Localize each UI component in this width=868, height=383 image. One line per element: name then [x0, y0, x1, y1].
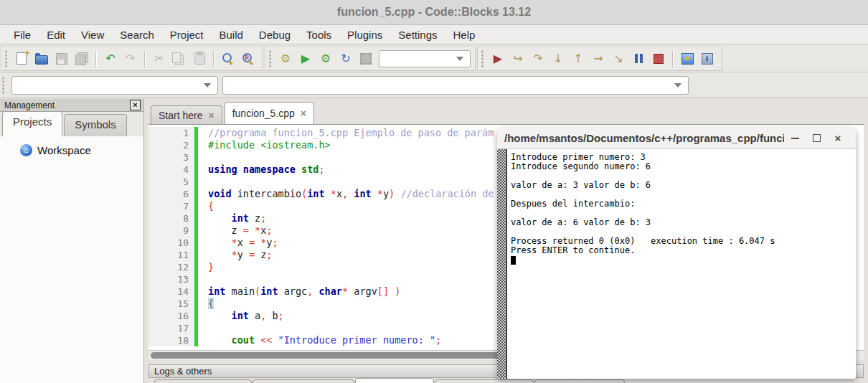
tab-symbols[interactable]: Symbols: [64, 114, 127, 136]
next-instruction-icon[interactable]: →: [589, 49, 608, 68]
logs-tab[interactable]: [534, 379, 625, 383]
tab-label: funcion_5.cpp: [232, 108, 295, 119]
code-text: //programa funcion_5.cpp Ejemplo de paso…: [199, 127, 494, 139]
rebuild-icon[interactable]: ↻: [336, 49, 355, 68]
toolbar-grip[interactable]: [1, 77, 5, 94]
minimize-icon[interactable]: [784, 138, 806, 139]
chevron-down-icon: [204, 83, 211, 88]
save-all-icon: [72, 49, 91, 68]
new-file-icon[interactable]: [12, 49, 31, 68]
line-number: 3: [148, 151, 194, 164]
copy-icon: [170, 49, 189, 68]
tab-start-here[interactable]: Start here ×: [151, 105, 222, 124]
line-number: 18: [148, 334, 194, 346]
next-line-icon[interactable]: ↷: [529, 49, 547, 68]
break-debugger-icon[interactable]: [629, 49, 648, 68]
toolbar-grip[interactable]: [268, 50, 272, 67]
toolbar-separator: [213, 51, 214, 67]
menu-view[interactable]: View: [73, 27, 112, 43]
open-file-icon[interactable]: [32, 49, 51, 68]
changed-line-marker: [194, 237, 198, 249]
toolbar-grip[interactable]: [4, 50, 8, 67]
step-into-icon[interactable]: ↓: [549, 49, 567, 68]
terminal-cursor: [511, 256, 516, 265]
debugging-windows-icon[interactable]: [678, 49, 697, 68]
line-number: 10: [148, 237, 194, 249]
changed-line-marker: [194, 224, 198, 237]
menu-help[interactable]: Help: [445, 27, 483, 43]
terminal-scrollbar[interactable]: [497, 149, 507, 379]
logs-tab[interactable]: [435, 379, 534, 383]
workspace-item[interactable]: ⌂ Workspace: [20, 144, 143, 156]
changed-line-marker: [194, 285, 198, 298]
menu-debug[interactable]: Debug: [251, 27, 298, 43]
close-icon[interactable]: ×: [827, 133, 849, 143]
code-text: [199, 151, 208, 164]
main-toolbar-icons: ↶↷✂: [11, 49, 258, 68]
run-to-cursor-icon[interactable]: ↪: [509, 49, 527, 68]
code-text: using namespace std;: [199, 164, 325, 176]
menu-build[interactable]: Build: [212, 27, 251, 43]
changed-line-marker: [194, 164, 198, 176]
terminal-window: /home/msantos/Documentos/c++/programas_c…: [497, 128, 856, 379]
maximize-icon[interactable]: [806, 134, 827, 142]
window-titlebar[interactable]: funcion_5.cpp - Code::Blocks 13.12: [0, 0, 868, 25]
toolbar-separator: [95, 51, 97, 67]
stop-debugger-icon[interactable]: [649, 49, 668, 68]
menu-edit[interactable]: Edit: [39, 27, 73, 43]
menu-search[interactable]: Search: [112, 27, 162, 43]
line-number: 6: [148, 188, 194, 200]
code-text: cout << "Introduce primer numero: ";: [199, 334, 441, 346]
toolbar-grip[interactable]: [481, 50, 484, 67]
step-out-icon[interactable]: ↑: [569, 49, 588, 68]
close-icon[interactable]: ×: [130, 100, 141, 110]
line-number: 7: [148, 200, 194, 212]
close-icon[interactable]: ×: [208, 110, 214, 120]
terminal-body[interactable]: Introduce primer numero: 3Introduce segu…: [497, 149, 856, 379]
changed-line-marker: [194, 188, 198, 200]
run-icon[interactable]: ▶: [296, 49, 315, 68]
step-into-instruction-icon[interactable]: ↘: [609, 49, 628, 68]
build-icon[interactable]: ⚙: [276, 49, 295, 68]
debug-info-icon[interactable]: [698, 49, 717, 68]
close-icon[interactable]: ×: [301, 108, 306, 118]
menu-file[interactable]: File: [6, 27, 39, 43]
undo-icon[interactable]: ↶: [101, 49, 120, 68]
menu-plugins[interactable]: Plugins: [339, 27, 390, 43]
terminal-output: Introduce primer numero: 3Introduce segu…: [511, 153, 853, 265]
terminal-titlebar[interactable]: /home/msantos/Documentos/c++/programas_c…: [497, 128, 856, 149]
line-number: 11: [148, 249, 194, 261]
line-number: 8: [148, 212, 194, 224]
menu-tools[interactable]: Tools: [298, 27, 339, 43]
logs-tab[interactable]: [154, 379, 252, 383]
main-toolbar: ↶↷✂: [1, 47, 263, 71]
chevron-down-icon: [674, 83, 681, 88]
line-number: 2: [148, 139, 194, 151]
symbols-browser-combo[interactable]: [222, 76, 689, 95]
logs-tab[interactable]: [355, 378, 434, 383]
tab-projects[interactable]: Projects: [2, 111, 62, 136]
redo-icon: ↷: [121, 49, 140, 68]
menu-settings[interactable]: Settings: [390, 27, 445, 43]
find-icon[interactable]: [219, 49, 237, 68]
changed-line-marker: [194, 127, 198, 139]
logs-tab[interactable]: [253, 379, 354, 383]
line-number: 5: [148, 176, 194, 188]
replace-icon[interactable]: [239, 49, 258, 68]
menu-project[interactable]: Project: [162, 27, 212, 43]
line-number: 17: [148, 322, 194, 334]
changed-line-marker: [194, 334, 198, 346]
build-target-combo[interactable]: [379, 50, 471, 67]
line-number: 1: [148, 127, 194, 139]
tab-funcion-5-cpp[interactable]: funcion_5.cpp ×: [225, 102, 314, 124]
debug-continue-icon[interactable]: ▶: [489, 49, 507, 68]
code-text: z = *x;: [199, 224, 272, 237]
build-run-icon[interactable]: ⚙: [316, 49, 335, 68]
incremental-search-combo[interactable]: [11, 76, 218, 95]
changed-line-marker: [194, 212, 198, 224]
code-text: {: [199, 200, 214, 212]
save-icon: [52, 49, 71, 68]
line-number: 15: [148, 298, 194, 310]
line-number: 13: [148, 273, 194, 285]
debugger-toolbar: ▶↪↷↓↑→↘: [477, 47, 722, 71]
